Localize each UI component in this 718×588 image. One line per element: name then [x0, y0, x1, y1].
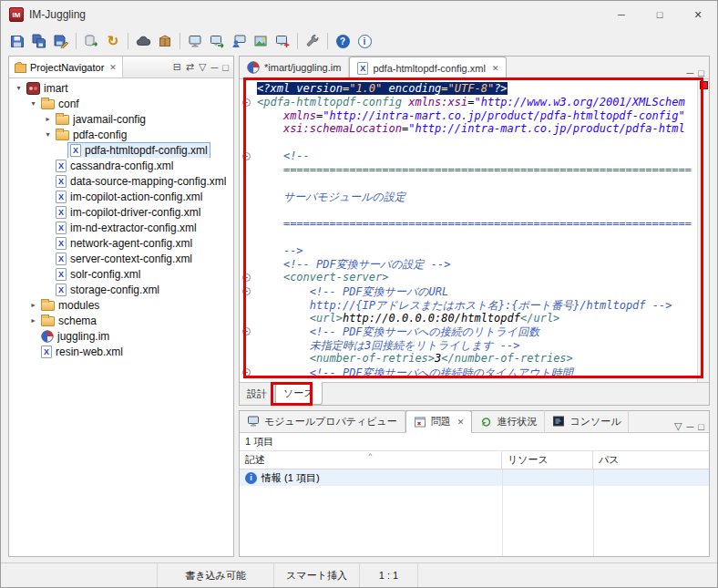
collapsed-caret-icon[interactable]: ▸ [42, 115, 54, 123]
fold-collapse-icon[interactable] [242, 327, 251, 335]
code-line[interactable]: <number-of-retries>3</number-of-retries> [257, 352, 697, 366]
fold-collapse-icon[interactable] [242, 287, 251, 295]
collapsed-caret-icon[interactable]: ▸ [27, 301, 39, 309]
code-line[interactable]: サーバモジュールの設定 [257, 190, 697, 203]
close-view-icon[interactable]: ✕ [109, 63, 117, 72]
monitor-add-button[interactable] [272, 30, 293, 52]
help-button[interactable]: ? [332, 30, 354, 52]
view-tab[interactable]: 問題✕ [405, 410, 473, 433]
problem-row[interactable]: i情報 (1 項目) [240, 469, 709, 486]
tree-item[interactable]: Xserver-context-config.xml [9, 251, 233, 266]
wrench-button[interactable] [302, 30, 323, 52]
tree-item[interactable]: Xim-copilot-driver-config.xml [9, 204, 233, 220]
tree-item[interactable]: Xpdfa-htmltopdf-config.xml [9, 142, 233, 158]
code-line[interactable]: xmlns="http://intra-mart.co.jp/product/p… [257, 109, 697, 123]
tree-item[interactable]: ▸modules [9, 297, 233, 313]
tree-item[interactable]: Xim-nd-extractor-config.xml [9, 220, 233, 235]
tree-item[interactable]: Xnetwork-agent-config.xml [9, 235, 233, 251]
jar-export-button[interactable] [80, 30, 102, 52]
minimize-icon[interactable]: ─ [687, 421, 694, 432]
tree-item[interactable]: Xim-copilot-action-config.xml [9, 189, 233, 204]
cloud-button[interactable] [132, 30, 154, 52]
tree-item[interactable]: ▾pdfa-config [9, 127, 233, 142]
code-line[interactable]: ========================================… [257, 163, 697, 177]
maximize-icon[interactable]: □ [698, 67, 704, 78]
view-tab[interactable]: 進行状況 [472, 410, 545, 432]
monitor-export-button[interactable] [206, 30, 228, 52]
code-line[interactable]: <!-- PDF変換サーバの設定 --> [257, 257, 697, 271]
image-button[interactable] [250, 30, 272, 52]
refresh-button[interactable]: ↻ [102, 30, 124, 52]
maximize-icon[interactable]: □ [222, 62, 229, 73]
maximize-window-button[interactable]: □ [641, 1, 679, 28]
view-menu-icon[interactable]: ▽ [199, 61, 206, 73]
minimize-window-button[interactable]: ─ [602, 1, 641, 28]
tree-item[interactable]: Xdata-source-mapping-config.xml [9, 173, 233, 189]
code-line[interactable]: 未指定時は3回接続をリトライします --> [257, 338, 697, 352]
tree-item[interactable]: ▾imart [9, 80, 233, 96]
expanded-caret-icon[interactable]: ▾ [42, 130, 54, 139]
view-tab[interactable]: モジュールプロパティビュー [240, 410, 405, 432]
tree-item[interactable]: ▸javamail-config [9, 111, 233, 127]
fold-collapse-icon[interactable] [242, 273, 251, 282]
project-navigator-tab[interactable]: ProjectNavigator ✕ [9, 57, 123, 77]
tree-item[interactable]: ▸schema [9, 313, 233, 328]
code-line[interactable] [257, 231, 697, 244]
collapse-all-icon[interactable]: ⊟ [173, 61, 181, 73]
page-tab-source[interactable]: ソース [275, 382, 323, 405]
tree-item[interactable]: Xstorage-config.xml [9, 282, 233, 297]
code-line[interactable] [257, 177, 697, 191]
package-button[interactable] [154, 30, 176, 52]
code-line[interactable]: <!-- PDF変換サーバのURL [257, 284, 697, 298]
monitor-button[interactable] [184, 30, 206, 52]
save-button[interactable] [6, 30, 28, 52]
tree-item[interactable]: Xsolr-config.xml [9, 266, 233, 282]
editor-tab[interactable]: *imart/juggling.im [240, 57, 349, 78]
editor-tab[interactable]: Xpdfa-htmltopdf-config.xml✕ [349, 57, 507, 79]
save-all-button[interactable] [28, 30, 50, 52]
minimize-icon[interactable]: ─ [687, 67, 694, 78]
minimize-icon[interactable]: ─ [211, 62, 219, 73]
page-tab-design[interactable]: 設計 [240, 383, 275, 405]
user-monitor-button[interactable] [228, 30, 250, 52]
code-line[interactable]: <pdfa-htmltopdf-config xmlns:xsi="http:/… [257, 96, 697, 109]
code-line[interactable]: http://{IPアドレスまたはホスト名}:{ポート番号}/htmltopdf… [257, 298, 697, 312]
code-line[interactable]: <!-- [257, 150, 697, 163]
link-editor-icon[interactable]: ⇄ [186, 61, 194, 73]
code-area[interactable]: <?xml version="1.0" encoding="UTF-8"?><p… [253, 79, 697, 382]
collapsed-caret-icon[interactable]: ▸ [27, 316, 39, 325]
close-tab-icon[interactable]: ✕ [457, 418, 465, 427]
code-line[interactable]: <?xml version="1.0" encoding="UTF-8"?> [257, 82, 697, 96]
maximize-icon[interactable]: □ [698, 421, 704, 432]
column-header-label: 記述 [245, 453, 265, 467]
code-line[interactable]: <!-- PDF変換サーバへの接続のリトライ回数 [257, 325, 697, 338]
code-line[interactable]: xsi:schemaLocation="http://intra-mart.co… [257, 122, 697, 136]
tree-item[interactable]: ▾conf [9, 96, 233, 111]
info-button[interactable]: i [354, 30, 375, 52]
expanded-caret-icon[interactable]: ▾ [13, 84, 25, 92]
column-header[interactable]: パス [593, 451, 709, 469]
column-header[interactable]: リソース [502, 451, 593, 469]
save-as-button[interactable] [50, 30, 72, 52]
code-line[interactable]: --> [257, 244, 697, 258]
close-tab-icon[interactable]: ✕ [492, 64, 499, 73]
code-line[interactable]: <!-- PDF変換サーバへの接続時のタイムアウト時間 [257, 366, 697, 379]
tree-item[interactable]: juggling.im [9, 328, 233, 344]
tree-item[interactable]: Xcassandra-config.xml [9, 158, 233, 173]
fold-collapse-icon[interactable] [242, 368, 251, 377]
overview-ruler[interactable] [697, 79, 709, 382]
expanded-caret-icon[interactable]: ▾ [27, 99, 39, 108]
column-header[interactable]: 記述^ [240, 451, 502, 469]
view-menu-icon[interactable]: ▽ [674, 420, 682, 432]
fold-collapse-icon[interactable] [242, 98, 251, 107]
tree-item[interactable]: Xresin-web.xml [9, 344, 233, 359]
code-line[interactable]: ========================================… [257, 217, 697, 231]
close-window-button[interactable]: ✕ [679, 1, 717, 28]
fold-collapse-icon[interactable] [242, 152, 251, 160]
code-line[interactable]: <convert-server> [257, 271, 697, 284]
code-line[interactable] [257, 203, 697, 217]
view-tab[interactable]: コンソール [545, 410, 629, 432]
code-line[interactable] [257, 136, 697, 150]
tree-item-label: resin-web.xml [56, 346, 123, 358]
code-line[interactable]: <url>http://0.0.0.0:80/htmltopdf</url> [257, 312, 697, 325]
